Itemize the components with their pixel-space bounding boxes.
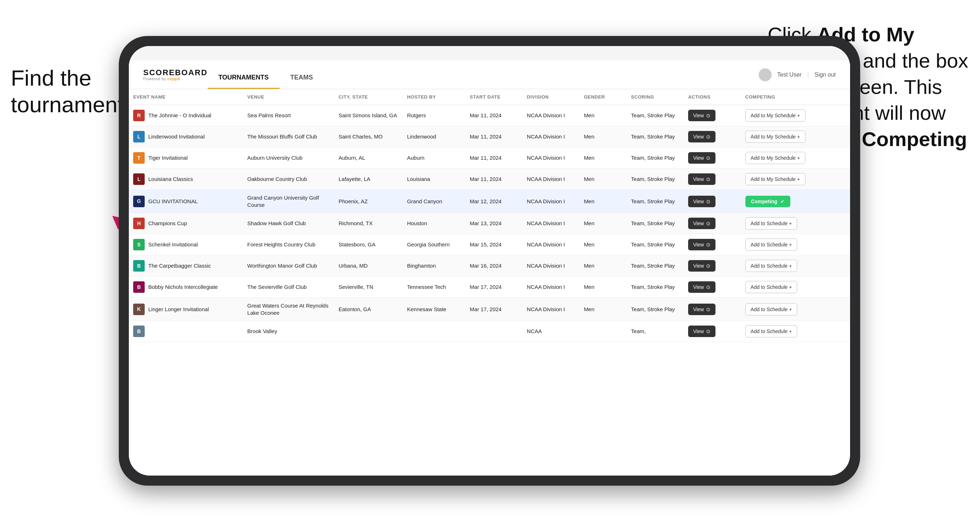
- col-header-actions: ACTIONS: [684, 89, 741, 105]
- division-cell: NCAA: [523, 321, 580, 342]
- view-button[interactable]: View ⊙: [688, 217, 716, 229]
- view-button[interactable]: View ⊙: [688, 281, 716, 293]
- view-button[interactable]: View ⊙: [688, 173, 716, 185]
- hosted-cell: Tennessee Tech: [403, 277, 465, 298]
- gender-cell: Men: [579, 148, 627, 169]
- event-name: Louisiana Classics: [148, 176, 193, 183]
- date-cell: Mar 15, 2024: [465, 234, 523, 256]
- date-cell: Mar 17, 2024: [465, 277, 523, 298]
- date-cell: Mar 16, 2024: [465, 256, 523, 277]
- venue-cell: Auburn University Club: [243, 148, 334, 169]
- col-header-competing: COMPETING: [741, 89, 850, 105]
- date-cell: [465, 321, 523, 342]
- actions-cell: View ⊙: [684, 321, 741, 342]
- hosted-cell: Binghamton: [403, 256, 465, 277]
- add-to-schedule-button[interactable]: Add to Schedule +: [745, 303, 797, 316]
- table-row: B Brook ValleyNCAATeam, View ⊙ Add to Sc…: [129, 321, 850, 342]
- table-row: R The Johnnie - O Individual Sea Palms R…: [129, 105, 850, 126]
- city-cell: Lafayette, LA: [334, 169, 403, 190]
- event-name-cell: B The Carpetbagger Classic: [133, 260, 239, 271]
- view-button[interactable]: View ⊙: [688, 110, 716, 121]
- view-icon: ⊙: [706, 263, 710, 269]
- event-name-cell: T Tiger Invitational: [133, 152, 239, 163]
- tab-teams[interactable]: TEAMS: [280, 60, 324, 89]
- gender-cell: Men: [579, 277, 627, 298]
- table-row: G GCU INVITATIONAL Grand Canyon Universi…: [129, 190, 850, 213]
- view-icon: ⊙: [706, 198, 710, 204]
- competing-cell: Add to Schedule +: [741, 234, 850, 256]
- date-cell: Mar 11, 2024: [465, 169, 523, 190]
- actions-cell: View ⊙: [684, 148, 741, 169]
- venue-cell: The Sevierville Golf Club: [243, 277, 334, 298]
- view-button[interactable]: View ⊙: [688, 152, 716, 163]
- venue-cell: Great Waters Course At Reynolds Lake Oco…: [243, 298, 334, 321]
- add-to-schedule-button[interactable]: Add to Schedule +: [745, 217, 797, 230]
- team-logo: B: [133, 281, 145, 293]
- scoring-cell: Team, Stroke Play: [627, 234, 684, 256]
- gender-cell: Men: [579, 298, 627, 321]
- gender-cell: Men: [579, 126, 627, 148]
- gender-cell: Men: [579, 169, 627, 190]
- competing-cell: Add to My Schedule +: [741, 105, 850, 126]
- tablet-frame: SCOREBOARD Powered by clippd TOURNAMENTS…: [119, 36, 860, 486]
- tab-tournaments[interactable]: TOURNAMENTS: [208, 60, 280, 89]
- event-name-cell: B Bobby Nichols Intercollegiate: [133, 281, 239, 293]
- table-row: S Schenkel Invitational Forest Heights C…: [129, 234, 850, 256]
- user-name: Test User: [777, 71, 802, 78]
- add-to-schedule-button[interactable]: Add to My Schedule +: [745, 130, 805, 143]
- col-header-gender: GENDER: [579, 89, 627, 105]
- table-row: H Champions Cup Shadow Hawk Golf ClubRic…: [129, 213, 850, 234]
- table-header-row: EVENT NAME VENUE CITY, STATE HOSTED BY S…: [129, 89, 850, 105]
- city-cell: Phoenix, AZ: [334, 190, 403, 213]
- view-icon: ⊙: [706, 134, 710, 140]
- add-to-schedule-button[interactable]: Add to Schedule +: [745, 281, 797, 293]
- scoring-cell: Team, Stroke Play: [627, 213, 684, 234]
- add-to-schedule-button[interactable]: Add to My Schedule +: [745, 173, 805, 185]
- view-button[interactable]: View ⊙: [688, 325, 716, 337]
- competing-button[interactable]: Competing ✓: [745, 196, 790, 207]
- city-cell: Auburn, AL: [334, 148, 403, 169]
- hosted-cell: Auburn: [403, 148, 465, 169]
- view-button[interactable]: View ⊙: [688, 196, 716, 207]
- user-avatar: [759, 68, 772, 81]
- add-to-schedule-button[interactable]: Add to Schedule +: [745, 325, 797, 337]
- app-logo: SCOREBOARD Powered by clippd: [143, 69, 208, 81]
- actions-cell: View ⊙: [684, 234, 741, 256]
- hosted-cell: [403, 321, 465, 342]
- col-header-scoring: SCORING: [627, 89, 684, 105]
- city-cell: Saint Simons Island, GA: [334, 105, 403, 126]
- sign-out-link[interactable]: Sign out: [815, 71, 836, 78]
- view-button[interactable]: View ⊙: [688, 260, 716, 271]
- event-name-cell: G GCU INVITATIONAL: [133, 196, 239, 207]
- col-header-event: EVENT NAME: [129, 89, 243, 105]
- team-logo: S: [133, 239, 145, 250]
- add-to-schedule-button[interactable]: Add to My Schedule +: [745, 110, 805, 122]
- view-button[interactable]: View ⊙: [688, 239, 716, 250]
- competing-cell: Add to Schedule +: [741, 321, 850, 342]
- actions-cell: View ⊙: [684, 190, 741, 213]
- add-to-schedule-button[interactable]: Add to My Schedule +: [745, 152, 805, 164]
- view-button[interactable]: View ⊙: [688, 303, 716, 315]
- city-cell: Urbana, MD: [334, 256, 403, 277]
- competing-cell: Add to My Schedule +: [741, 126, 850, 148]
- hosted-cell: Louisiana: [403, 169, 465, 190]
- event-name-cell: B: [133, 325, 239, 337]
- division-cell: NCAA Division I: [523, 190, 580, 213]
- view-button[interactable]: View ⊙: [688, 131, 716, 143]
- view-icon: ⊙: [706, 306, 710, 312]
- col-header-city: CITY, STATE: [334, 89, 403, 105]
- venue-cell: Brook Valley: [243, 321, 334, 342]
- venue-cell: Oakbourne Country Club: [243, 169, 334, 190]
- add-to-schedule-button[interactable]: Add to Schedule +: [745, 238, 797, 251]
- add-to-schedule-button[interactable]: Add to Schedule +: [745, 260, 797, 272]
- venue-cell: Grand Canyon University Golf Course: [243, 190, 334, 213]
- city-cell: Sevierville, TN: [334, 277, 403, 298]
- competing-cell: Add to My Schedule +: [741, 148, 850, 169]
- team-logo: B: [133, 260, 145, 271]
- tablet-topbar: [129, 46, 850, 60]
- scoring-cell: Team, Stroke Play: [627, 148, 684, 169]
- team-logo: K: [133, 303, 145, 315]
- table-row: L Louisiana Classics Oakbourne Country C…: [129, 169, 850, 190]
- table-container: EVENT NAME VENUE CITY, STATE HOSTED BY S…: [129, 89, 850, 476]
- hosted-cell: Georgia Southern: [403, 234, 465, 256]
